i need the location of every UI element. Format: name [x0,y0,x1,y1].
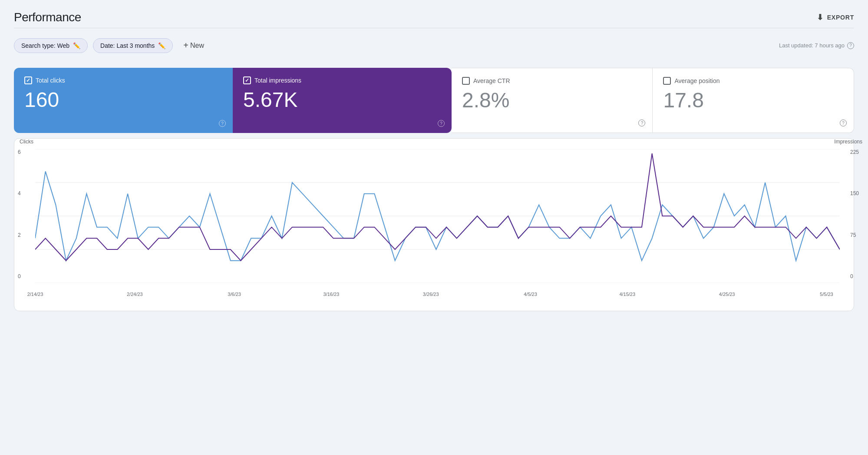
average-position-card[interactable]: Average position 17.8 ? [653,68,854,133]
total-impressions-label: Total impressions [254,77,301,84]
y-right-0: 0 [850,273,853,279]
date-filter[interactable]: Date: Last 3 months ✏️ [93,38,173,53]
average-ctr-label: Average CTR [473,77,510,84]
search-type-filter[interactable]: Search type: Web ✏️ [14,38,88,53]
header-row: Performance ⬇ EXPORT [14,10,854,24]
total-clicks-help: ? [219,119,226,127]
total-clicks-label: Total clicks [36,77,65,84]
average-ctr-checkbox[interactable] [462,77,470,85]
average-ctr-help-icon[interactable]: ? [638,120,645,126]
x-label-1: 2/14/23 [27,292,43,297]
x-label-5: 3/26/23 [423,292,439,297]
average-ctr-label-row: Average CTR [462,77,642,85]
chart-svg [35,149,840,283]
x-label-9: 5/5/23 [820,292,833,297]
right-axis-title: Impressions [834,139,862,145]
y-left-4: 4 [18,190,21,196]
left-axis-title: Clicks [20,139,33,145]
average-ctr-card[interactable]: Average CTR 2.8% ? [452,68,653,133]
date-label: Date: Last 3 months [100,42,155,49]
total-clicks-label-row: Total clicks [24,76,222,84]
header-divider [14,28,854,28]
y-axis-right: 225 150 75 0 [850,149,859,279]
metrics-row: Total clicks 160 ? Total impressions 5.6… [14,68,854,133]
new-button[interactable]: + New [178,37,209,54]
x-label-6: 4/5/23 [524,292,537,297]
average-ctr-value: 2.8% [462,90,642,111]
total-impressions-label-row: Total impressions [243,76,441,84]
export-label: EXPORT [827,14,854,21]
new-label: New [190,42,204,50]
filter-row: Search type: Web ✏️ Date: Last 3 months … [14,37,854,54]
average-position-label-row: Average position [663,77,843,85]
impressions-line [35,153,840,260]
chart-container: Clicks Impressions 6 4 2 0 225 150 75 0 [14,138,854,311]
average-position-value: 17.8 [663,90,843,111]
total-impressions-value: 5.67K [243,90,441,110]
average-ctr-help: ? [638,119,645,127]
y-right-225: 225 [850,149,859,155]
total-impressions-card[interactable]: Total impressions 5.67K ? [233,68,452,133]
total-clicks-value: 160 [24,90,222,110]
x-label-2: 2/24/23 [127,292,143,297]
average-position-label: Average position [674,77,719,84]
y-right-150: 150 [850,190,859,196]
average-position-checkbox[interactable] [663,77,671,85]
search-type-label: Search type: Web [21,42,69,49]
last-updated-help-icon[interactable]: ? [847,42,854,49]
last-updated-text: Last updated: 7 hours ago [779,42,845,49]
x-label-4: 3/16/23 [323,292,340,297]
chart-area: Clicks Impressions 6 4 2 0 225 150 75 0 [35,149,840,297]
average-position-help: ? [840,119,847,127]
export-button[interactable]: ⬇ EXPORT [817,13,854,22]
total-clicks-card[interactable]: Total clicks 160 ? [14,68,233,133]
y-axis-left: 6 4 2 0 [18,149,21,279]
total-impressions-help: ? [438,119,445,127]
total-clicks-help-icon[interactable]: ? [219,120,226,127]
last-updated: Last updated: 7 hours ago ? [779,42,854,49]
page-title: Performance [14,10,81,24]
total-impressions-checkbox[interactable] [243,76,251,84]
total-clicks-checkbox[interactable] [24,76,32,84]
edit-date-icon: ✏️ [158,42,165,49]
plus-icon: + [183,40,188,50]
y-right-75: 75 [850,232,856,238]
average-position-help-icon[interactable]: ? [840,120,847,126]
total-impressions-help-icon[interactable]: ? [438,120,445,127]
y-left-2: 2 [18,232,21,238]
y-left-0: 0 [18,273,21,279]
edit-search-type-icon: ✏️ [73,42,80,49]
x-axis: 2/14/23 2/24/23 3/6/23 3/16/23 3/26/23 4… [35,288,840,297]
x-label-3: 3/6/23 [228,292,241,297]
export-icon: ⬇ [817,13,824,22]
y-left-6: 6 [18,149,21,155]
page-container: Performance ⬇ EXPORT Search type: Web ✏️… [0,0,868,455]
x-label-8: 4/25/23 [719,292,735,297]
x-label-7: 4/15/23 [619,292,635,297]
